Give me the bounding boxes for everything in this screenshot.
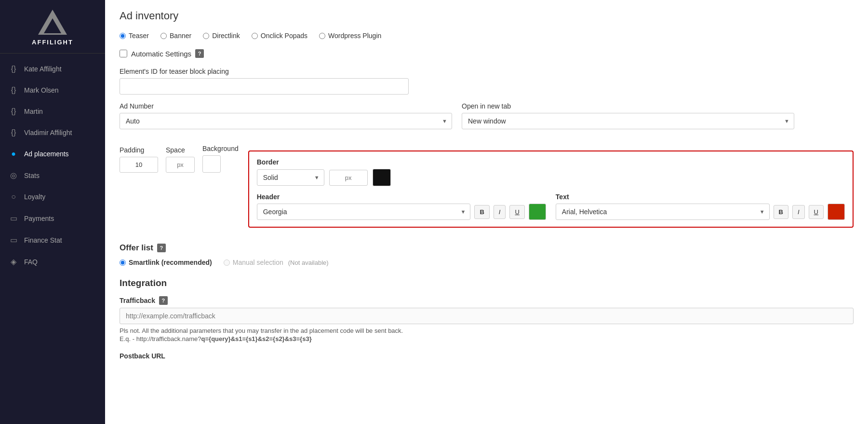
open-in-new-tab-select[interactable]: New window Same window <box>462 113 794 129</box>
radio-banner-input[interactable] <box>160 33 167 39</box>
not-available-text: (Not available) <box>288 259 329 266</box>
sidebar-item-label: Mark Olsen <box>24 86 59 94</box>
sidebar-item-faq[interactable]: ◈ FAQ <box>0 251 105 273</box>
text-font-section: Text Arial, Helvetica Georgia Times New … <box>556 193 845 220</box>
text-bold-button[interactable]: B <box>774 205 788 219</box>
radio-directlink-input[interactable] <box>203 33 209 39</box>
sidebar-item-label: Payments <box>24 215 54 222</box>
radio-onclick-input[interactable] <box>252 33 258 39</box>
trafficback-input[interactable] <box>120 308 854 324</box>
padding-label: Padding <box>120 146 158 154</box>
border-width-input[interactable] <box>329 170 368 186</box>
ad-number-select[interactable]: Auto 123 <box>120 113 452 129</box>
border-label: Border <box>257 158 391 166</box>
sidebar-item-label: Kate Affilight <box>24 65 62 73</box>
card-icon: ▭ <box>9 214 18 223</box>
curly-brace-icon: {} <box>9 65 18 73</box>
curly-brace-icon: {} <box>9 107 18 116</box>
sidebar-item-payments[interactable]: ▭ Payments <box>0 207 105 229</box>
radio-banner[interactable]: Banner <box>160 32 191 40</box>
radio-wordpress-label: Wordpress Plugin <box>328 32 381 40</box>
ad-number-field: Ad Number Auto 123 ▼ <box>120 102 452 129</box>
sidebar-item-label: Vladimir Affilight <box>24 129 72 137</box>
automatic-settings-help-icon[interactable]: ? <box>195 49 204 58</box>
header-label: Header <box>257 193 546 201</box>
trafficback-note2: E.q. - http://trafficback.name?q={query}… <box>120 335 854 342</box>
sidebar-item-kate[interactable]: {} Kate Affilight <box>0 58 105 80</box>
postback-label: Postback URL <box>120 352 165 360</box>
header-bold-button[interactable]: B <box>474 205 489 219</box>
element-id-field: Element's ID for teaser block placing te… <box>120 68 854 95</box>
controls-row: Padding Space Background Border <box>120 145 854 235</box>
text-label: Text <box>556 193 845 201</box>
integration-title: Integration <box>120 278 854 288</box>
sidebar-item-martin[interactable]: {} Martin <box>0 101 105 122</box>
text-underline-button[interactable]: U <box>809 205 824 219</box>
offer-list-label: Offer list <box>120 243 153 253</box>
sidebar-item-loyalty[interactable]: ○ Loyalty <box>0 186 105 207</box>
background-field: Background <box>202 145 239 173</box>
offer-list-section: Offer list ? <box>120 243 854 253</box>
radio-smartlink-input[interactable] <box>120 260 126 266</box>
border-color-swatch[interactable] <box>373 169 391 186</box>
sidebar-item-label: FAQ <box>24 258 38 266</box>
space-label: Space <box>166 146 195 154</box>
radio-teaser-input[interactable] <box>120 33 126 39</box>
header-underline-button[interactable]: U <box>509 205 524 219</box>
trafficback-help-icon[interactable]: ? <box>159 296 168 305</box>
border-style-wrapper: Solid None Dashed Dotted ▼ <box>257 169 324 186</box>
header-font-select[interactable]: Georgia Arial Times New Roman <box>257 204 471 220</box>
curly-brace-icon: {} <box>9 86 18 95</box>
sidebar-nav: {} Kate Affilight {} Mark Olsen {} Marti… <box>0 54 105 424</box>
curly-brace-icon: {} <box>9 128 18 137</box>
sidebar-item-vladimir[interactable]: {} Vladimir Affilight <box>0 122 105 143</box>
radio-manual-input[interactable] <box>224 260 230 266</box>
sidebar: AFFILIGHT {} Kate Affilight {} Mark Olse… <box>0 0 105 424</box>
header-color-swatch[interactable] <box>529 204 546 220</box>
element-id-input[interactable]: teaser_container <box>120 78 409 95</box>
radio-wordpress-input[interactable] <box>319 33 325 39</box>
circle-outline-icon: ○ <box>9 192 18 201</box>
automatic-settings-checkbox[interactable] <box>120 50 127 57</box>
element-id-label: Element's ID for teaser block placing <box>120 68 854 75</box>
sidebar-item-stats[interactable]: ◎ Stats <box>0 164 105 186</box>
sidebar-item-ad-placements[interactable]: ● Ad placements <box>0 143 105 164</box>
radio-wordpress[interactable]: Wordpress Plugin <box>319 32 381 40</box>
postback-label-row: Postback URL <box>120 352 854 360</box>
header-font-section: Header Georgia Arial Times New Roman ▼ B… <box>257 193 546 220</box>
border-style-select[interactable]: Solid None Dashed Dotted <box>257 169 324 186</box>
offer-list-help-icon[interactable]: ? <box>157 244 166 252</box>
logo-text: AFFILIGHT <box>32 39 73 46</box>
border-row: Border Solid None Dashed Dotted ▼ <box>257 158 845 186</box>
padding-input[interactable] <box>120 157 158 173</box>
open-in-new-tab-label: Open in new tab <box>462 102 794 110</box>
sidebar-item-finance-stat[interactable]: ▭ Finance Stat <box>0 229 105 251</box>
ad-number-label: Ad Number <box>120 102 452 110</box>
radio-banner-label: Banner <box>170 32 191 40</box>
radio-directlink[interactable]: Directlink <box>203 32 240 40</box>
padding-field: Padding <box>120 146 158 173</box>
red-bordered-section: Border Solid None Dashed Dotted ▼ <box>248 150 854 228</box>
text-font-select[interactable]: Arial, Helvetica Georgia Times New Roman <box>556 204 770 220</box>
trafficback-section: Trafficback ? Pls not. All the additiona… <box>120 296 854 342</box>
header-font-select-wrapper: Georgia Arial Times New Roman ▼ <box>257 204 471 220</box>
offer-radio-row: Smartlink (recommended) Manual selection… <box>120 259 854 266</box>
radio-smartlink[interactable]: Smartlink (recommended) <box>120 259 212 266</box>
sidebar-item-mark[interactable]: {} Mark Olsen <box>0 80 105 101</box>
radio-manual[interactable]: Manual selection (Not available) <box>224 259 329 266</box>
space-input[interactable] <box>166 157 195 173</box>
text-font-controls: Arial, Helvetica Georgia Times New Roman… <box>556 204 845 220</box>
text-color-swatch[interactable] <box>828 204 845 220</box>
chart-icon: ▭ <box>9 235 18 245</box>
radio-teaser[interactable]: Teaser <box>120 32 149 40</box>
radio-manual-label: Manual selection <box>233 259 283 266</box>
background-color-swatch[interactable] <box>202 155 221 173</box>
header-italic-button[interactable]: I <box>494 205 506 219</box>
text-italic-button[interactable]: I <box>792 205 805 219</box>
background-label: Background <box>202 145 239 152</box>
refresh-icon: ◎ <box>9 171 18 180</box>
automatic-settings-row: Automatic Settings ? <box>120 49 854 58</box>
sidebar-item-label: Stats <box>24 172 40 179</box>
radio-directlink-label: Directlink <box>212 32 240 40</box>
radio-onclick[interactable]: Onclick Popads <box>252 32 307 40</box>
